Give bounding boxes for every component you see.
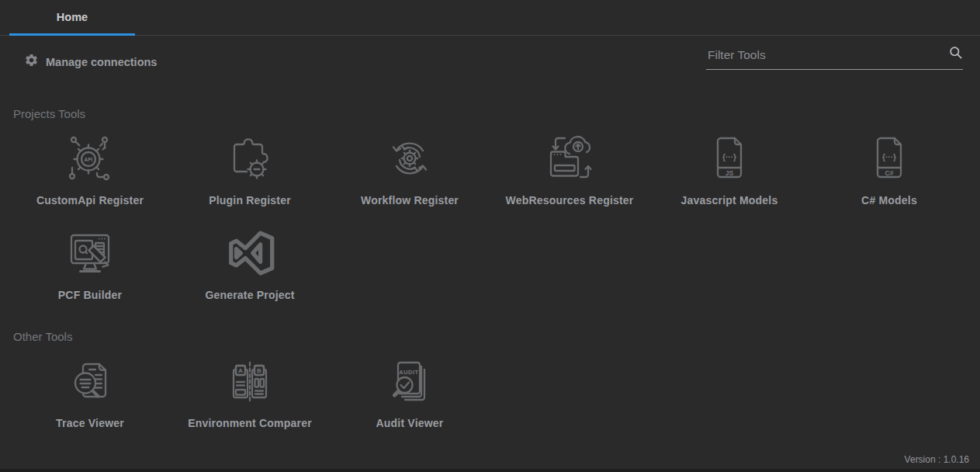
filter-tools-input[interactable] bbox=[706, 43, 963, 70]
monitor-design-pencil-icon bbox=[65, 228, 115, 278]
tool-label: PCF Builder bbox=[58, 289, 122, 301]
tool-tile-pcf-builder[interactable]: PCF Builder bbox=[10, 215, 170, 301]
tool-label: Generate Project bbox=[205, 289, 294, 301]
magnifier-document-icon bbox=[65, 356, 115, 406]
tool-tile-plugin-register[interactable]: Plugin Register bbox=[170, 120, 330, 206]
manage-connections-label: Manage connections bbox=[46, 56, 157, 68]
tool-tile-audit-viewer[interactable]: AUDIT Audit Viewer bbox=[330, 343, 490, 429]
tool-tile-environment-comparer[interactable]: A B Environment Comparer bbox=[170, 343, 330, 429]
tool-tile-csharp-models[interactable]: {···} C# C# Models bbox=[809, 120, 969, 206]
tool-grid: Trace Viewer bbox=[10, 343, 980, 438]
gear-sync-arrows-icon bbox=[385, 134, 435, 183]
csharp-icon-text: C# bbox=[885, 169, 894, 177]
tool-tile-webresources-register[interactable]: WebResources Register bbox=[490, 120, 649, 206]
tool-label: Trace Viewer bbox=[56, 417, 124, 429]
api-icon-text: API bbox=[85, 157, 93, 162]
tool-tile-generate-project[interactable]: Generate Project bbox=[170, 215, 330, 301]
section-title: Projects Tools bbox=[13, 107, 980, 120]
tool-label: C# Models bbox=[861, 194, 917, 206]
filter-tools-field bbox=[706, 43, 963, 70]
puzzle-gear-icon bbox=[225, 134, 275, 183]
audit-icon-text: AUDIT bbox=[399, 369, 418, 376]
js-icon-text: JS bbox=[725, 169, 734, 177]
manage-connections-button[interactable]: Manage connections bbox=[24, 53, 157, 71]
tool-label: Javascript Models bbox=[681, 194, 778, 206]
tool-label: Workflow Register bbox=[361, 194, 459, 206]
braces-icon-text: {···} bbox=[722, 153, 736, 161]
csharp-file-icon: {···} C# bbox=[864, 134, 914, 183]
tab-home[interactable]: Home bbox=[9, 0, 135, 35]
version-label: Version : 1.0.16 bbox=[905, 454, 969, 465]
search-icon[interactable] bbox=[948, 45, 963, 63]
audit-stack-magnifier-icon: AUDIT bbox=[385, 356, 435, 406]
braces-icon-text: {···} bbox=[882, 153, 896, 161]
visual-studio-icon bbox=[225, 228, 275, 278]
tool-tile-trace-viewer[interactable]: Trace Viewer bbox=[10, 343, 170, 429]
api-gear-icon: API bbox=[65, 134, 115, 183]
cloud-upload-folder-icon bbox=[545, 134, 594, 183]
tool-label: CustomApi Register bbox=[36, 194, 144, 206]
tool-label: WebResources Register bbox=[505, 194, 633, 206]
tool-tile-javascript-models[interactable]: {···} JS Javascript Models bbox=[649, 120, 809, 206]
app-window: Home Manage connections Projects Tools bbox=[0, 0, 980, 472]
js-file-icon: {···} JS bbox=[705, 134, 754, 183]
section-projects-tools: Projects Tools bbox=[0, 107, 980, 310]
tool-label: Audit Viewer bbox=[376, 417, 444, 429]
tool-grid: API CustomApi Register bbox=[10, 120, 980, 310]
compare-documents-icon: A B bbox=[225, 356, 275, 406]
tool-tile-customapi-register[interactable]: API CustomApi Register bbox=[10, 120, 170, 206]
tool-tile-workflow-register[interactable]: Workflow Register bbox=[330, 120, 490, 206]
tool-label: Environment Comparer bbox=[188, 417, 312, 429]
gear-icon bbox=[24, 53, 39, 71]
compare-a-icon-text: A bbox=[238, 367, 243, 374]
tab-bar: Home bbox=[0, 0, 980, 36]
section-other-tools: Other Tools bbox=[0, 330, 980, 438]
window-bottom-edge bbox=[0, 469, 980, 472]
tool-label: Plugin Register bbox=[209, 194, 291, 206]
section-title: Other Tools bbox=[13, 330, 980, 343]
toolbar: Manage connections bbox=[0, 36, 980, 87]
compare-b-icon-text: B bbox=[257, 367, 261, 374]
